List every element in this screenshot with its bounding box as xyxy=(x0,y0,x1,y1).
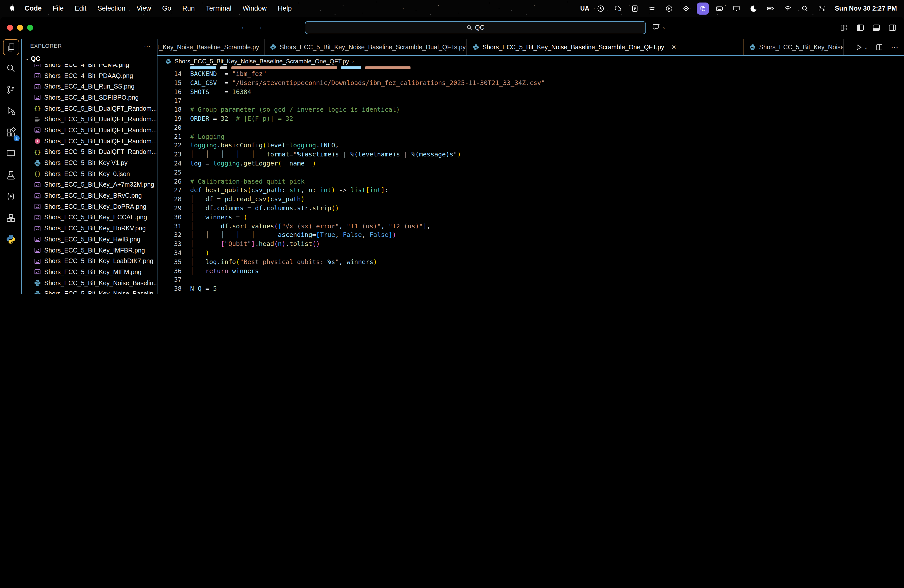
app-circle-icon[interactable] xyxy=(594,3,607,13)
file-row[interactable]: Shors_ECC_4_Bit_PCMA.png xyxy=(22,64,158,70)
copilot-menu[interactable]: ⌄ xyxy=(652,23,666,31)
file-row[interactable]: Shors_ECC_5_Bit_Key_Noise_Baselin... xyxy=(22,278,158,288)
file-row[interactable]: {}Shors_ECC_5_Bit_DualQFT_Random... xyxy=(22,147,158,157)
file-row[interactable]: {}Shors_ECC_5_Bit_DualQFT_Random... xyxy=(22,103,158,114)
toggle-panel-icon[interactable] xyxy=(872,23,881,34)
menu-terminal[interactable]: Terminal xyxy=(200,5,237,12)
menu-go[interactable]: Go xyxy=(157,5,177,12)
tab-active[interactable]: Shors_ECC_5_Bit_Key_Noise_Baseline_Scram… xyxy=(467,39,744,55)
menu-code[interactable]: Code xyxy=(19,5,47,12)
file-row[interactable]: Shors_ECC_5_Bit_Key_DoPRA.png xyxy=(22,201,158,212)
menu-selection[interactable]: Selection xyxy=(92,5,131,12)
code-line: 26# Calibration-based qubit pick xyxy=(158,177,904,186)
menu-help[interactable]: Help xyxy=(272,5,297,12)
minimize-window-button[interactable] xyxy=(17,25,23,31)
toggle-sidebar-left-icon[interactable] xyxy=(856,23,865,34)
code-editor[interactable]: 14BACKEND = "ibm_fez"15CAL_CSV = "/Users… xyxy=(158,66,904,294)
file-row[interactable]: Shors_ECC_5_Bit_DualQFT_Random... xyxy=(22,136,158,147)
input-source-indicator[interactable]: UA xyxy=(580,5,589,12)
file-row[interactable]: Shors_ECC_4_Bit_PDAAQ.png xyxy=(22,70,158,81)
navigate-forward-button[interactable]: → xyxy=(256,22,263,31)
search-value: QC xyxy=(475,24,484,31)
image-file-icon xyxy=(34,72,41,79)
toggle-sidebar-right-icon[interactable] xyxy=(888,23,897,34)
file-row[interactable]: Shors_ECC_5_Bit_Key_HoRKV.png xyxy=(22,223,158,234)
json-file-icon: {} xyxy=(34,170,41,177)
wifi-icon[interactable] xyxy=(782,3,795,13)
activity-extensions-icon[interactable]: 1 xyxy=(3,125,18,140)
activity-source-control-icon[interactable] xyxy=(3,82,18,97)
tab[interactable]: 5_Bit_Key_Noise_Baseline_Scramble.py xyxy=(158,39,265,55)
menu-window[interactable]: Window xyxy=(237,5,272,12)
line-number: 34 xyxy=(158,248,182,258)
activity-containers-icon[interactable] xyxy=(3,210,18,225)
command-center-search[interactable]: QC xyxy=(305,21,646,34)
tab-label: Shors_ECC_5_Bit_Key_Noise_Baseline_Scram… xyxy=(280,44,466,51)
activity-run-debug-icon[interactable] xyxy=(3,103,18,119)
sidebar-more-actions[interactable]: ··· xyxy=(144,42,158,49)
image-file-icon xyxy=(34,94,41,101)
explorer-sidebar: EXPLORER ··· ⌄ QC Shors_ECC_4_Bit_PCMA.p… xyxy=(21,39,158,294)
control-center-icon[interactable] xyxy=(816,3,829,13)
file-row[interactable]: Shors_ECC_5_Bit_Key_LoabDtK7.png xyxy=(22,256,158,267)
chatgpt-icon[interactable] xyxy=(646,3,659,13)
file-row[interactable]: Shors_ECC_5_Bit_DualQFT_Random... xyxy=(22,125,158,136)
file-row[interactable]: Shors_ECC_5_Bit_Key V1.py xyxy=(22,157,158,168)
apple-icon[interactable] xyxy=(8,3,16,13)
breadcrumb[interactable]: Shors_ECC_5_Bit_Key_Noise_Baseline_Scram… xyxy=(165,56,362,66)
notes-icon[interactable] xyxy=(629,3,642,13)
activity-search-icon[interactable] xyxy=(3,61,18,76)
file-row[interactable]: {}Shors_ECC_5_Bit_Key_0.json xyxy=(22,169,158,179)
menu-run[interactable]: Run xyxy=(177,5,201,12)
keyboard-icon[interactable] xyxy=(713,3,726,13)
file-row[interactable]: Shors_ECC_4_Bit_Run_SS.png xyxy=(22,81,158,92)
copilot-chat-icon xyxy=(652,23,661,31)
close-icon[interactable]: ✕ xyxy=(671,44,676,51)
activity-testing-icon[interactable] xyxy=(3,168,18,183)
screen-mirroring-icon[interactable] xyxy=(697,2,709,14)
file-name: Shors_ECC_5_Bit_Key_MIFM.png xyxy=(44,269,141,276)
file-row[interactable]: Shors_ECC_5_Bit_Key_IMFBR.png xyxy=(22,245,158,256)
code-line: 35│ log.info("Best physical qubits: %s",… xyxy=(158,257,904,266)
close-window-button[interactable] xyxy=(7,25,13,31)
file-row[interactable]: Shors_ECC_5_Bit_Key_A+7m32M.png xyxy=(22,179,158,190)
folder-root-row[interactable]: ⌄ QC xyxy=(22,53,158,64)
file-row[interactable]: Shors_ECC_4_Bit_SDFIBPO.png xyxy=(22,92,158,103)
diamond-ua-icon[interactable] xyxy=(680,3,693,13)
editor-actions: ⌄ ⋯ xyxy=(855,39,899,55)
split-editor-icon[interactable] xyxy=(876,43,883,51)
tab[interactable]: Shors_ECC_5_Bit_Key_Noise_Baseline_Scram… xyxy=(265,39,467,55)
activity-python-icon[interactable] xyxy=(3,232,18,247)
navigate-back-button[interactable]: ← xyxy=(240,22,248,31)
display-icon[interactable] xyxy=(730,3,743,13)
creative-cloud-icon[interactable] xyxy=(612,3,624,13)
file-name: Shors_ECC_5_Bit_Key_LoabDtK7.png xyxy=(44,258,153,265)
menu-view[interactable]: View xyxy=(131,5,157,12)
image-file-icon xyxy=(34,224,41,232)
file-row[interactable]: Shors_ECC_5_Bit_Key_ECCAE.png xyxy=(22,212,158,223)
editor-group: 5_Bit_Key_Noise_Baseline_Scramble.pyShor… xyxy=(157,39,904,294)
battery-icon[interactable] xyxy=(764,3,778,13)
customize-layout-icon[interactable] xyxy=(839,23,849,34)
maximize-window-button[interactable] xyxy=(27,25,33,31)
file-name: Shors_ECC_5_Bit_DualQFT_Random... xyxy=(44,105,157,112)
do-not-disturb-icon[interactable] xyxy=(747,3,760,13)
line-number: 22 xyxy=(158,141,182,150)
file-row[interactable]: Shors_ECC_5_Bit_Key_HwIB.png xyxy=(22,234,158,245)
file-row[interactable]: Shors_ECC_5_Bit_Key_Noise_Baselin... xyxy=(22,288,158,294)
file-row[interactable]: Shors_ECC_5_Bit_Key_BRvC.png xyxy=(22,190,158,201)
play-circle-icon[interactable] xyxy=(663,3,676,13)
title-bar[interactable]: ← → QC ⌄ xyxy=(0,17,904,39)
file-row[interactable]: Shors_ECC_5_Bit_DualQFT_Random... xyxy=(22,114,158,125)
spotlight-icon[interactable] xyxy=(799,3,812,13)
more-actions-icon[interactable]: ⋯ xyxy=(891,43,899,52)
menu-file[interactable]: File xyxy=(47,5,70,12)
menu-edit[interactable]: Edit xyxy=(69,5,92,12)
activity-remote-explorer-icon[interactable] xyxy=(3,146,18,161)
run-python-button[interactable]: ⌄ xyxy=(855,43,868,51)
file-row[interactable]: Shors_ECC_5_Bit_Key_MIFM.png xyxy=(22,267,158,277)
menu-clock[interactable]: Sun Nov 30 2:27 PM xyxy=(835,5,897,12)
activity-explorer-icon[interactable] xyxy=(3,39,19,55)
activity-jupyter-icon[interactable] xyxy=(3,189,18,204)
tab[interactable]: Shors_ECC_5_Bit_Key_Noise_ xyxy=(744,39,844,55)
